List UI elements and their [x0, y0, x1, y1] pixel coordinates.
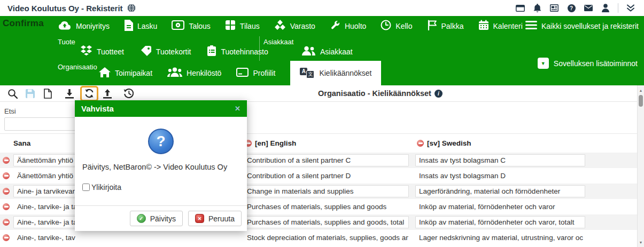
- nav-item-varasto[interactable]: Varasto: [274, 20, 315, 33]
- confirm-dialog: Vahvista ✕ ? Päivitys, NetBaron© -> Vide…: [75, 100, 247, 231]
- remove-row-icon[interactable]: [3, 203, 10, 210]
- cell-sv[interactable]: Lager nedskrivning av material, utrustni…: [415, 232, 587, 244]
- overwrite-checkbox[interactable]: [82, 184, 90, 191]
- nav-item-label: Toimipaikat: [115, 69, 152, 77]
- cell-en[interactable]: Purchases of materials, supplies and goo…: [243, 216, 409, 228]
- overwrite-checkbox-row[interactable]: Ylikirjoita: [82, 183, 239, 192]
- info-icon[interactable]: i: [434, 90, 443, 98]
- hamburger-icon: [525, 21, 537, 31]
- remove-row-icon[interactable]: [3, 157, 10, 164]
- scrollbar-thumb[interactable]: [639, 95, 643, 107]
- cell-sv[interactable]: Inköp av material, förnödenheter och var…: [415, 216, 585, 228]
- nav-item-label: Palkka: [441, 22, 464, 30]
- tuote-items: Tuotteet Tuotekortit Tuotehinnasto: [80, 45, 284, 58]
- collapse-chevrons-icon[interactable]: [626, 3, 635, 13]
- nav-item-asiakkaat[interactable]: Asiakkaat: [301, 46, 353, 58]
- window-title-area: Video Koulutus Oy - Rekisterit: [7, 3, 136, 13]
- bell-icon[interactable]: [532, 3, 542, 13]
- products-icon: [80, 45, 92, 58]
- nav-item-label: Kello: [395, 22, 412, 30]
- clock-icon: [381, 20, 391, 33]
- cancel-button-label: Peruuta: [208, 214, 235, 223]
- nav-item-tilaus[interactable]: Tilaus: [225, 20, 260, 33]
- nav-item-kalenteri[interactable]: Kalenteri: [478, 20, 523, 33]
- nav-item-profiilit[interactable]: Profiilit: [236, 68, 275, 79]
- question-icon-wrap: ?: [82, 129, 239, 154]
- staff-icon: [167, 67, 182, 79]
- cross-square-icon: ✕: [195, 214, 204, 223]
- refresh-button-highlighted[interactable]: [80, 86, 98, 101]
- cancel-button[interactable]: ✕ Peruuta: [188, 211, 242, 226]
- cell-en[interactable]: Purchases of materials, supplies and goo…: [243, 201, 409, 213]
- history-button[interactable]: [120, 86, 136, 100]
- dialog-body: ? Päivitys, NetBaron© -> Video Koulutus …: [75, 117, 247, 192]
- window-title: Video Koulutus Oy - Rekisterit: [7, 4, 123, 13]
- remove-row-icon[interactable]: [3, 172, 10, 179]
- upload-button[interactable]: [99, 86, 115, 100]
- globe-icon: [127, 3, 136, 13]
- download-button[interactable]: [61, 86, 77, 100]
- cell-en[interactable]: Change in materials and supplies: [243, 185, 409, 197]
- cell-sv[interactable]: Insats av tyst bolagsman D: [415, 170, 585, 182]
- dialog-message: Päivitys, NetBaron© -> Video Koulutus Oy: [82, 163, 239, 171]
- remove-row-icon[interactable]: [3, 234, 10, 241]
- nav-item-tuotteet[interactable]: Tuotteet: [80, 45, 124, 58]
- user-icon[interactable]: [601, 3, 610, 13]
- column-header-label: [en] English: [255, 139, 296, 147]
- invoice-icon: [124, 20, 133, 33]
- vertical-scrollbar[interactable]: ▲ ▼: [637, 85, 644, 247]
- news-icon[interactable]: [549, 3, 559, 13]
- app-extra-actions-button[interactable]: ▼ Sovelluksen lisätoiminnot: [538, 58, 638, 69]
- home-icon: [99, 67, 111, 79]
- grid-icon: [225, 20, 236, 33]
- nav-item-toimipaikat[interactable]: Toimipaikat: [99, 67, 152, 79]
- table-row: Aine-, tarvike-, tav Stock depreciation …: [0, 230, 637, 245]
- tab-kielikaannokset-active[interactable]: A 文 Kielikäännökset: [290, 61, 381, 85]
- cell-sv[interactable]: Inköp av material, förnödenheter och var…: [415, 201, 585, 213]
- scroll-up-arrow[interactable]: ▲: [638, 86, 644, 94]
- cell-sv[interactable]: Insats av tyst bolagsman C: [415, 154, 585, 166]
- scroll-down-arrow[interactable]: ▼: [638, 238, 644, 246]
- remove-row-icon[interactable]: [3, 188, 10, 195]
- all-apps-button[interactable]: Kaikki sovellukset ja rekisterit: [525, 16, 639, 36]
- overwrite-checkbox-label: Ylikirjoita: [91, 183, 121, 192]
- app-window: Video Koulutus Oy - Rekisterit ?: [0, 0, 644, 247]
- nav-item-moniyritys[interactable]: Moniyritys: [58, 20, 110, 33]
- new-document-button[interactable]: [40, 86, 56, 100]
- nav-item-label: Kielikäännökset: [319, 69, 371, 77]
- nav-item-kello[interactable]: Kello: [381, 20, 412, 33]
- group-label-tuote: Tuote: [58, 38, 75, 46]
- column-header-swedish[interactable]: [sv] Swedish: [415, 139, 637, 147]
- cell-en[interactable]: Stock depreciation of materials, supplie…: [243, 232, 409, 244]
- remove-row-icon[interactable]: [3, 219, 10, 226]
- save-button-disabled[interactable]: [22, 86, 38, 100]
- nav-item-talous[interactable]: Talous: [172, 20, 210, 32]
- dialog-header[interactable]: Vahvista ✕: [75, 100, 247, 117]
- cell-en[interactable]: Contribution of a silent partner D: [243, 170, 409, 182]
- help-icon[interactable]: ?: [567, 3, 576, 13]
- search-button[interactable]: [4, 86, 20, 100]
- calendar-icon: [478, 20, 489, 33]
- dialog-title: Vahvista: [81, 104, 114, 113]
- nav-item-label: Profiilit: [253, 69, 275, 77]
- nav-item-label: Moniyritys: [76, 22, 110, 30]
- cell-fi[interactable]: Aine-, tarvike-, tav: [13, 232, 238, 244]
- column-header-english[interactable]: [en] English: [243, 139, 415, 147]
- cell-en[interactable]: Contribution of a silent partner C: [243, 154, 409, 166]
- nav-item-lasku[interactable]: Lasku: [124, 20, 157, 33]
- mail-icon[interactable]: [584, 3, 593, 13]
- remove-column-icon[interactable]: [417, 140, 424, 147]
- confirm-update-button[interactable]: ✓ Päivitys: [130, 211, 183, 226]
- nav-item-tuotekortit[interactable]: Tuotekortit: [140, 45, 191, 58]
- nav-item-huolto[interactable]: Huolto: [330, 20, 366, 33]
- all-apps-label: Kaikki sovellukset ja rekisterit: [541, 22, 639, 30]
- topbar-icons: ?: [515, 3, 635, 13]
- nav-row-apps: Moniyritys Lasku Talous Tilaus Varasto H…: [58, 16, 537, 36]
- window-icon[interactable]: [515, 3, 525, 13]
- dialog-footer: ✓ Päivitys ✕ Peruuta: [75, 205, 247, 231]
- nav-item-henkilosto[interactable]: Henkilöstö: [167, 67, 221, 79]
- translate-icon: A 文: [300, 68, 314, 79]
- cell-sv[interactable]: Lagerförändring, material och förnödenhe…: [415, 185, 585, 197]
- close-icon[interactable]: ✕: [235, 105, 240, 113]
- nav-item-palkka[interactable]: Palkka: [427, 20, 464, 33]
